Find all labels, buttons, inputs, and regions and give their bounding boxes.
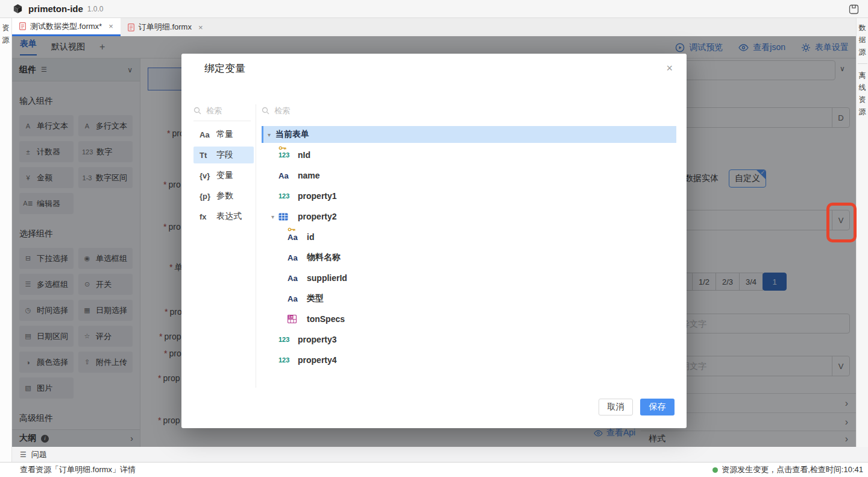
component-date-picker[interactable]: ▦日期选择 [78,300,133,321]
components-panel-header[interactable]: 组件 ☰ ∨ [12,58,140,81]
component-editor[interactable]: A≣编辑器 [19,193,74,214]
width-option-3-4[interactable]: 3/4 [739,273,763,291]
tab-order-detail[interactable]: 订单明细.formx × [121,18,210,36]
tree-node-name[interactable]: Aa name [262,165,676,186]
component-rating[interactable]: ☆评分 [78,326,133,347]
app-version: 1.0.0 [87,5,104,13]
status-right-text: 资源发生变更，点击查看,检查时间:10:41 [722,464,863,475]
field-label: *prop [158,373,180,383]
resources-rail-label[interactable]: 资源 [2,22,10,46]
section-style[interactable]: 样式 › [641,431,856,447]
add-view-button[interactable]: + [99,42,105,52]
component-number-range[interactable]: 1-3数字区间 [78,167,133,188]
view-tab-form[interactable]: 表单 [20,39,37,55]
tree-node-material-name[interactable]: Aa 物料名称 [262,247,676,268]
category-variable[interactable]: {v}变量 [193,167,254,184]
width-option-2-3[interactable]: 2/3 [715,273,740,291]
category-field-selected[interactable]: Tt字段 [193,147,254,163]
width-option-1-selected[interactable]: 1 [763,273,787,291]
component-color-picker[interactable]: ◑颜色选择 [19,352,74,373]
component-attachment-upload[interactable]: ⇧附件上传 [78,352,133,373]
tree-node-nId[interactable]: 123 nId [262,145,676,165]
string-type-icon: Aa [288,253,298,262]
number-type-icon: 123 [278,336,289,343]
chevron-down-icon[interactable]: ∨ [127,66,133,74]
problems-bar[interactable]: ☰ 问题 [12,447,868,462]
status-right[interactable]: 资源发生变更，点击查看,检查时间:10:41 [712,464,863,475]
tree-node-supplierId[interactable]: Aa supplierId [262,268,676,288]
datasource-rail-label[interactable]: 数据源 [858,22,867,58]
category-search-input[interactable] [205,106,245,116]
app-title: primeton-ide [28,4,83,14]
close-icon[interactable]: × [666,63,673,74]
palette-icon: ◑ [23,359,33,366]
width-option-1-2[interactable]: 1/2 [692,273,716,291]
component-switch[interactable]: ⊙开关 [78,274,133,295]
editor-tab-bar: 测试数据类型.formx* × 订单明细.formx × [12,18,856,36]
components-panel: 组件 ☰ ∨ 输入组件 A单行文本 A多行文本 ±计数器 123数字 ¥金额 1… [12,58,140,447]
tree-node-tonSpecs[interactable]: 1:n tonSpecs [262,309,676,329]
chevron-right-icon[interactable]: › [845,417,848,428]
component-radio-group[interactable]: ◉单选框组 [78,248,133,269]
status-left-text[interactable]: 查看资源「订单明细.formx」详情 [20,464,136,475]
close-tab-icon[interactable]: × [108,22,113,31]
form-settings-button[interactable]: 表单设置 [801,42,849,53]
category-constant[interactable]: Aa常量 [193,126,254,143]
close-tab-icon[interactable]: × [198,23,203,32]
component-image[interactable]: ▧图片 [19,377,74,399]
component-single-line-text[interactable]: A单行文本 [19,115,74,136]
cancel-button[interactable]: 取消 [599,399,633,415]
menu-icon: ☰ [41,66,47,74]
dropdown-icon: ⊟ [23,254,33,262]
outline-row[interactable]: 大纲 i › [12,429,140,447]
chevron-down-icon[interactable]: ∨ [840,65,845,73]
play-circle-icon [675,43,685,52]
component-dropdown[interactable]: ⊟下拉选择 [19,248,74,269]
annotation-highlight-rectangle [826,203,857,242]
component-checkbox-group[interactable]: ☰多选框组 [19,274,74,295]
gear-icon [801,43,811,52]
chevron-right-icon[interactable]: › [130,434,133,443]
chevron-right-icon[interactable]: › [845,434,848,444]
chevron-right-icon[interactable]: › [845,398,848,409]
component-date-range[interactable]: ▤日期区间 [19,326,74,347]
component-time-picker[interactable]: ◷时间选择 [19,300,74,321]
tree-node-property3[interactable]: 123 property3 [262,329,676,350]
category-search[interactable] [193,106,251,121]
tab-test-data-type[interactable]: 测试数据类型.formx* × [12,18,121,36]
status-dot [712,467,718,473]
offline-resources-rail-label[interactable]: 离线资源 [858,69,867,118]
key-icon [288,227,296,232]
view-tab-default-view[interactable]: 默认视图 [51,42,85,52]
table-type-icon [278,213,288,221]
custom-tab-button[interactable]: 自定义 ✓ [729,169,766,188]
debug-preview-button[interactable]: 调试预览 [675,42,723,53]
view-json-button[interactable]: 查看json [738,42,785,53]
check-icon: ✓ [760,169,765,175]
data-entity-label[interactable]: 数据实体 [685,173,719,184]
editor-icon: A≣ [23,200,33,207]
one-to-many-table-icon: 1:n [288,315,297,323]
v-button[interactable]: V [832,356,849,376]
expander-icon[interactable]: ▾ [268,131,271,138]
category-expression[interactable]: fx表达式 [193,208,254,225]
component-number[interactable]: 123数字 [78,141,133,162]
field-search-input[interactable] [273,106,313,116]
field-search[interactable] [262,106,442,121]
category-parameter[interactable]: {p}参数 [193,188,254,204]
save-button[interactable]: 保存 [640,399,675,415]
component-counter[interactable]: ±计数器 [19,141,74,162]
tree-node-property4[interactable]: 123 property4 [262,350,676,370]
tree-root-current-form[interactable]: ▾ 当前表单 [262,126,676,143]
expander-icon[interactable]: ▾ [271,213,274,220]
component-amount[interactable]: ¥金额 [19,167,74,188]
view-api-link[interactable]: 查看Api [594,428,635,438]
archive-icon[interactable] [849,4,859,14]
tree-node-type[interactable]: Aa 类型 [262,288,676,309]
component-multi-line-text[interactable]: A多行文本 [78,115,133,136]
number-type-icon: 123 [278,151,289,159]
tree-node-id[interactable]: Aa id [262,227,676,247]
tree-node-property2[interactable]: ▾ property2 [262,206,676,227]
tree-node-property1[interactable]: 123 property1 [262,186,676,206]
d-button[interactable]: D [832,108,849,127]
